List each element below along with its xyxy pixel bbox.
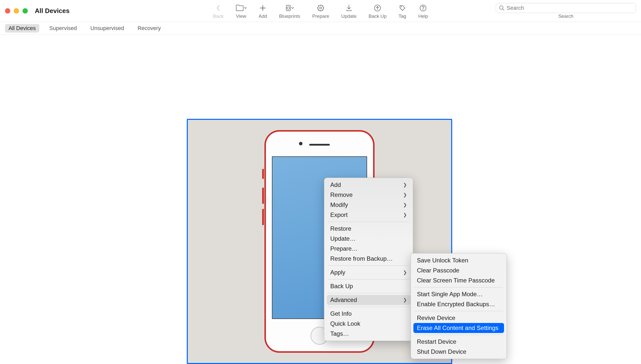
search-box: Search (496, 3, 636, 19)
search-label: Search (558, 14, 573, 19)
svg-point-1 (287, 7, 290, 9)
chevron-right-icon: ❯ (403, 192, 407, 198)
backup-button[interactable]: Back Up (363, 3, 393, 19)
main-area: iPhone 7 (0, 35, 641, 364)
menu-export[interactable]: Export ❯ (324, 210, 413, 220)
menu-separator (328, 279, 409, 279)
menu-restore[interactable]: Restore (324, 224, 413, 234)
download-icon (346, 3, 352, 13)
blueprints-button[interactable]: Blueprints (273, 3, 306, 19)
titlebar: All Devices Back View Add Blueprints (0, 0, 641, 22)
submenu-encrypted-backups[interactable]: Enable Encrypted Backups… (411, 299, 507, 309)
menu-add[interactable]: Add ❯ (324, 180, 413, 190)
chevron-right-icon: ❯ (403, 270, 407, 275)
context-menu: Add ❯ Remove ❯ Modify ❯ Export ❯ Restore… (324, 178, 413, 341)
search-input[interactable] (507, 5, 633, 11)
submenu-separator (414, 335, 503, 335)
view-button[interactable]: View (230, 3, 253, 19)
menu-get-info[interactable]: Get Info (324, 309, 413, 319)
submenu-clear-screen-time[interactable]: Clear Screen Time Passcode (411, 275, 507, 285)
menu-modify[interactable]: Modify ❯ (324, 200, 413, 210)
menu-separator (328, 293, 409, 293)
traffic-lights (5, 8, 28, 14)
upload-circle-icon (374, 3, 381, 13)
svg-point-3 (320, 7, 322, 9)
chevron-left-icon (216, 3, 221, 13)
svg-point-2 (318, 5, 324, 11)
menu-tags[interactable]: Tags… (324, 329, 413, 339)
filter-supervised[interactable]: Supervised (46, 24, 80, 33)
submenu-shutdown[interactable]: Shut Down Device (411, 347, 507, 357)
tag-icon (399, 3, 406, 13)
filter-unsupervised[interactable]: Unsupervised (87, 24, 128, 33)
filter-recovery[interactable]: Recovery (134, 24, 164, 33)
back-button[interactable]: Back (207, 3, 230, 19)
submenu-separator (414, 287, 503, 287)
maximize-button[interactable] (23, 8, 28, 14)
update-button[interactable]: Update (335, 3, 363, 19)
svg-point-7 (423, 9, 423, 10)
advanced-submenu: Save Unlock Token Clear Passcode Clear S… (411, 253, 507, 359)
folder-icon (236, 3, 247, 13)
menu-separator (328, 265, 409, 266)
submenu-save-token[interactable]: Save Unlock Token (411, 255, 507, 265)
menu-update[interactable]: Update… (324, 234, 413, 244)
menu-separator (328, 307, 409, 307)
toolbar: Back View Add Blueprints Prepare (207, 3, 434, 19)
chevron-right-icon: ❯ (403, 212, 407, 218)
tag-button[interactable]: Tag (393, 3, 412, 19)
menu-prepare[interactable]: Prepare… (324, 244, 413, 254)
plus-icon (260, 3, 266, 13)
minimize-button[interactable] (14, 8, 19, 14)
submenu-clear-passcode[interactable]: Clear Passcode (411, 265, 507, 275)
menu-apply[interactable]: Apply ❯ (324, 267, 413, 277)
chevron-right-icon: ❯ (403, 182, 407, 188)
chevron-right-icon: ❯ (403, 202, 407, 208)
prepare-button[interactable]: Prepare (306, 3, 335, 19)
submenu-single-app[interactable]: Start Single App Mode… (411, 289, 507, 299)
submenu-restart[interactable]: Restart Device (411, 337, 507, 347)
menu-advanced[interactable]: Advanced ❯ (327, 295, 410, 305)
submenu-erase[interactable]: Erase All Content and Settings (413, 323, 504, 333)
menu-separator (328, 222, 409, 222)
close-button[interactable] (5, 8, 10, 14)
search-icon (499, 5, 505, 11)
menu-restore-backup[interactable]: Restore from Backup… (324, 254, 413, 264)
menu-backup[interactable]: Back Up (324, 281, 413, 291)
blueprint-icon (284, 3, 295, 13)
window-title: All Devices (35, 7, 70, 15)
chevron-right-icon: ❯ (403, 297, 407, 303)
menu-remove[interactable]: Remove ❯ (324, 190, 413, 200)
add-button[interactable]: Add (253, 3, 273, 19)
submenu-separator (414, 311, 503, 311)
help-icon (419, 3, 427, 13)
help-button[interactable]: Help (412, 3, 434, 19)
submenu-revive[interactable]: Revive Device (411, 313, 507, 323)
gear-icon (317, 3, 325, 13)
menu-quick-look[interactable]: Quick Look (324, 319, 413, 329)
filter-bar: All Devices Supervised Unsupervised Reco… (0, 22, 641, 35)
search-input-wrap[interactable] (496, 3, 636, 13)
svg-point-5 (401, 6, 402, 7)
filter-all-devices[interactable]: All Devices (5, 24, 39, 33)
